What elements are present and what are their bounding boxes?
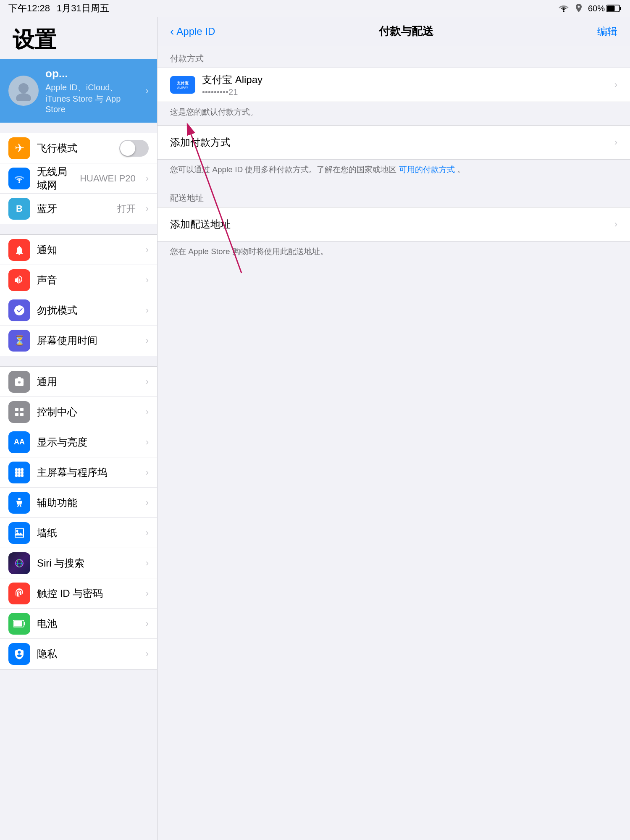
battery-indicator: 60%	[588, 4, 622, 13]
add-shipping-group: 添加配送地址 ›	[158, 207, 630, 242]
svg-point-5	[16, 93, 31, 101]
svg-rect-3	[607, 6, 615, 11]
sidebar-item-dnd[interactable]: 勿扰模式 ›	[0, 295, 157, 326]
control-icon	[8, 401, 30, 423]
profile-chevron: ›	[145, 85, 149, 97]
payment-section-header: 付款方式	[158, 46, 630, 68]
available-payment-link[interactable]: 可用的付款方式	[399, 165, 455, 174]
notify-icon	[8, 239, 30, 261]
svg-rect-19	[21, 474, 24, 477]
sidebar-item-homescreen[interactable]: 主屏幕与程序坞 ›	[0, 457, 157, 488]
main-layout: 设置 op... Apple ID、iCloud、iTunes Store 与 …	[0, 17, 630, 840]
profile-name: op...	[45, 67, 139, 80]
sidebar-item-notify[interactable]: 通知 ›	[0, 235, 157, 265]
settings-group-2: 通知 › 声音 › 勿扰模式 ›	[0, 234, 157, 356]
bluetooth-label: 蓝牙	[37, 202, 110, 215]
profile-card[interactable]: op... Apple ID、iCloud、iTunes Store 与 App…	[0, 59, 157, 123]
sound-chevron: ›	[146, 275, 149, 286]
add-payment-label: 添加付款方式	[170, 136, 608, 149]
sidebar-item-battery[interactable]: 电池 ›	[0, 609, 157, 639]
wifi-icon	[558, 3, 570, 14]
svg-rect-26	[24, 622, 26, 625]
sidebar-item-wifi[interactable]: 无线局域网 HUAWEI P20 ›	[0, 163, 157, 194]
add-shipping-label: 添加配送地址	[170, 218, 608, 231]
svg-rect-16	[21, 471, 24, 474]
battery-list-chevron: ›	[146, 618, 149, 629]
right-content-wrapper: 付款方式 支付宝 ALIPAY 支付宝 Alipay •••••••••21 ›	[158, 46, 630, 265]
svg-rect-27	[14, 621, 22, 626]
add-shipping-row[interactable]: 添加配送地址 ›	[158, 207, 630, 241]
svg-point-6	[18, 181, 20, 183]
sidebar-title: 设置	[0, 17, 157, 59]
nav-edit-button[interactable]: 编辑	[597, 25, 617, 38]
nav-back-label: Apple ID	[176, 26, 215, 37]
homescreen-label: 主屏幕与程序坞	[37, 466, 139, 479]
right-panel: ‹ Apple ID 付款与配送 编辑 付款方式 支付宝 ALIPAY 支付宝 …	[158, 17, 630, 840]
screentime-label: 屏幕使用时间	[37, 334, 139, 347]
sidebar-item-wallpaper[interactable]: 墙纸 ›	[0, 518, 157, 548]
settings-group-1: ✈ 飞行模式 无线局域网 HUAWEI P20 › B 蓝牙 打开 ›	[0, 133, 157, 224]
control-label: 控制中心	[37, 405, 139, 419]
nav-back-button[interactable]: ‹ Apple ID	[170, 25, 215, 38]
alipay-content: 支付宝 Alipay •••••••••21	[202, 73, 608, 97]
location-icon	[575, 3, 583, 14]
sidebar-item-airplane[interactable]: ✈ 飞行模式	[0, 133, 157, 163]
sidebar: 设置 op... Apple ID、iCloud、iTunes Store 与 …	[0, 17, 158, 840]
sidebar-item-general[interactable]: 通用 ›	[0, 367, 157, 397]
sidebar-item-bluetooth[interactable]: B 蓝牙 打开 ›	[0, 194, 157, 224]
svg-rect-9	[15, 413, 18, 416]
privacy-label: 隐私	[37, 647, 139, 661]
screentime-icon: ⏳	[8, 330, 30, 352]
nav-title: 付款与配送	[215, 24, 597, 39]
settings-group-3-inner: 通用 › 控制中心 › AA 显示与亮度 ›	[0, 366, 157, 669]
svg-point-0	[563, 10, 564, 12]
alipay-icon: 支付宝 ALIPAY	[170, 76, 195, 94]
add-payment-footer: 您可以通过 Apple ID 使用多种付款方式。了解在您的国家或地区 可用的付款…	[158, 160, 630, 183]
alipay-name: 支付宝 Alipay	[202, 73, 608, 87]
status-bar: 下午12:28 1月31日周五 60%	[0, 0, 630, 17]
wifi-chevron: ›	[146, 173, 149, 184]
profile-info: op... Apple ID、iCloud、iTunes Store 与 App…	[45, 67, 139, 114]
airplane-toggle[interactable]	[119, 140, 149, 157]
wifi-value: HUAWEI P20	[80, 173, 135, 184]
shipping-footer: 您在 Apple Store 购物时将使用此配送地址。	[158, 242, 630, 265]
bluetooth-icon: B	[8, 198, 30, 220]
sidebar-item-screentime[interactable]: ⏳ 屏幕使用时间 ›	[0, 326, 157, 356]
sidebar-item-display[interactable]: AA 显示与亮度 ›	[0, 427, 157, 457]
airplane-icon: ✈	[8, 137, 30, 159]
battery-label: 电池	[37, 617, 139, 630]
sound-label: 声音	[37, 273, 139, 287]
display-icon: AA	[8, 431, 30, 453]
wallpaper-label: 墙纸	[37, 526, 139, 540]
accessibility-label: 辅助功能	[37, 496, 139, 509]
battery-settings-icon	[8, 613, 30, 635]
svg-rect-15	[18, 471, 21, 474]
add-shipping-chevron: ›	[614, 219, 617, 230]
sidebar-item-control[interactable]: 控制中心 ›	[0, 397, 157, 427]
add-shipping-content: 添加配送地址	[170, 218, 608, 231]
touchid-icon	[8, 583, 30, 604]
svg-rect-18	[18, 474, 21, 477]
sidebar-item-accessibility[interactable]: 辅助功能 ›	[0, 488, 157, 518]
nav-bar: ‹ Apple ID 付款与配送 编辑	[158, 17, 630, 46]
wallpaper-chevron: ›	[146, 528, 149, 538]
notify-chevron: ›	[146, 244, 149, 255]
sidebar-item-touchid[interactable]: 触控 ID 与密码 ›	[0, 578, 157, 609]
svg-point-21	[16, 530, 18, 532]
accessibility-icon	[8, 492, 30, 514]
alipay-account: •••••••••21	[202, 87, 608, 97]
sidebar-item-siri[interactable]: Siri 与搜索 ›	[0, 548, 157, 578]
sidebar-item-sound[interactable]: 声音 ›	[0, 265, 157, 295]
alipay-row[interactable]: 支付宝 ALIPAY 支付宝 Alipay •••••••••21 ›	[158, 68, 630, 102]
bluetooth-chevron: ›	[146, 203, 149, 214]
status-time: 下午12:28	[8, 2, 50, 15]
svg-point-20	[18, 498, 21, 500]
sidebar-item-privacy[interactable]: 隐私 ›	[0, 639, 157, 669]
svg-rect-7	[15, 408, 18, 411]
display-label: 显示与亮度	[37, 436, 139, 449]
dnd-label: 勿扰模式	[37, 304, 139, 317]
add-payment-row[interactable]: 添加付款方式 ›	[158, 126, 630, 159]
avatar	[8, 76, 39, 106]
siri-label: Siri 与搜索	[37, 556, 139, 570]
svg-rect-13	[21, 468, 24, 471]
